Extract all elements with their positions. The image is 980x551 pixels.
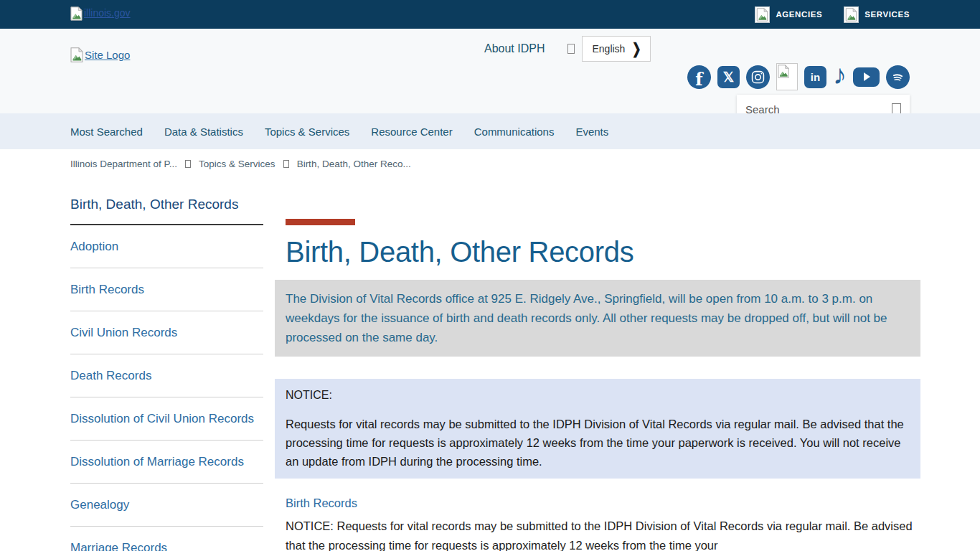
notice-box: NOTICE: Requests for vital records may b… [275,379,920,479]
nav-item-data-statistics[interactable]: Data & Statistics [164,126,243,138]
sidebar-title[interactable]: Birth, Death, Other Records [70,195,263,225]
facebook-icon[interactable]: f [687,65,711,89]
birth-records-notice-text: NOTICE: Requests for vital records may b… [286,517,920,551]
birth-records-link[interactable]: Birth Records [286,496,357,510]
site-logo-link[interactable]: Site Logo [70,47,130,62]
language-selector[interactable]: English ❯ [582,36,651,62]
breadcrumb-separator-icon [185,160,191,168]
language-selected-label: English [592,43,625,55]
nav-item-communications[interactable]: Communications [474,126,555,138]
nav-item-events[interactable]: Events [575,126,608,138]
section-sidebar: Birth, Death, Other Records Adoption Bir… [70,195,263,551]
broken-image-icon [70,6,83,21]
illinois-gov-logo-link[interactable]: illinois.gov [70,6,131,21]
agencies-broken-image-icon [755,6,770,23]
site-logo-alt-text: Site Logo [85,49,130,61]
chevron-right-icon: ❯ [632,39,641,57]
nav-item-resource-center[interactable]: Resource Center [371,126,452,138]
notice-heading: NOTICE: [286,387,910,404]
broken-image-social-icon[interactable] [776,63,798,90]
red-accent-bar [286,219,355,225]
site-header: Site Logo About IDPH English ❯ f 𝕏 in ♪ [0,29,980,113]
breadcrumb: Illinois Department of P... Topics & Ser… [70,149,411,178]
services-link[interactable]: SERVICES [844,6,910,23]
social-icons-row: f 𝕏 in ♪ [687,63,910,90]
notice-text: Requests for vital records may be submit… [286,415,910,471]
x-twitter-icon[interactable]: 𝕏 [717,66,740,88]
nav-item-topics-services[interactable]: Topics & Services [265,126,349,138]
breadcrumb-separator-icon [283,160,289,168]
office-hours-alert: The Division of Vital Records office at … [275,280,920,357]
youtube-icon[interactable] [853,67,880,87]
broken-image-icon [70,47,83,62]
office-hours-alert-text: The Division of Vital Records office at … [286,289,910,347]
agencies-label: AGENCIES [776,10,822,19]
linkedin-icon[interactable]: in [804,66,826,88]
spotify-icon[interactable] [886,65,910,89]
instagram-icon[interactable] [746,65,770,89]
nav-item-most-searched[interactable]: Most Searched [70,126,143,138]
tiktok-icon[interactable]: ♪ [833,61,847,88]
sidebar-item-civil-union-records[interactable]: Civil Union Records [70,311,263,354]
primary-navigation: Most Searched Data & Statistics Topics &… [0,113,980,149]
page-title: Birth, Death, Other Records [286,235,920,269]
sidebar-item-birth-records[interactable]: Birth Records [70,268,263,311]
breadcrumb-topics-services[interactable]: Topics & Services [199,159,275,169]
breadcrumb-home[interactable]: Illinois Department of P... [70,159,177,169]
sidebar-item-dissolution-civil-union[interactable]: Dissolution of Civil Union Records [70,397,263,441]
services-label: SERVICES [864,10,910,19]
breadcrumb-current-page: Birth, Death, Other Reco... [297,159,411,169]
topbar-links: AGENCIES SERVICES [755,0,910,29]
sidebar-item-dissolution-marriage[interactable]: Dissolution of Marriage Records [70,441,263,484]
header-middle-group: About IDPH English ❯ [484,36,651,62]
main-content: Birth, Death, Other Records The Division… [275,215,920,551]
sidebar-item-marriage-records[interactable]: Marriage Records [70,527,263,551]
government-topbar: illinois.gov AGENCIES SERVICES [0,0,980,29]
sidebar-item-genealogy[interactable]: Genealogy [70,484,263,527]
services-broken-image-icon [844,6,859,23]
sidebar-item-death-records[interactable]: Death Records [70,354,263,397]
illinois-gov-logo-alt-text: illinois.gov [84,7,131,19]
agencies-link[interactable]: AGENCIES [755,6,822,23]
sidebar-item-adoption[interactable]: Adoption [70,225,263,268]
globe-icon [567,44,575,54]
about-idph-link[interactable]: About IDPH [484,42,545,55]
